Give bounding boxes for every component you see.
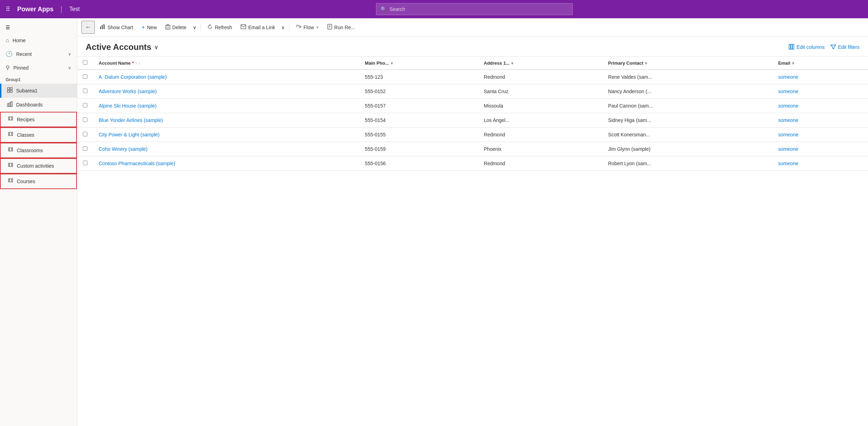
account-name-cell[interactable]: Contoso Pharmaceuticals (sample) — [93, 156, 359, 171]
contact-cell: Sidney Higa (sam... — [603, 113, 772, 128]
top-nav: ⠿ Power Apps | Test 🔍 — [0, 0, 868, 18]
show-chart-button[interactable]: Show Chart — [96, 22, 137, 33]
sidebar-item-home[interactable]: ⌂ Home — [0, 34, 77, 47]
refresh-button[interactable]: Refresh — [204, 22, 236, 33]
grid-icon — [7, 87, 13, 94]
page-title: Active Accounts ∨ — [86, 42, 158, 52]
hamburger-button[interactable]: ☰ — [0, 21, 77, 34]
new-button[interactable]: + New — [138, 22, 160, 33]
svg-rect-23 — [791, 44, 792, 49]
account-name-cell[interactable]: A. Datum Corporation (sample) — [93, 70, 359, 84]
sidebar-item-recipes[interactable]: Recipes — [0, 112, 77, 127]
email-link-button[interactable]: Email a Link — [237, 22, 278, 32]
table-row: A. Datum Corporation (sample) 555-123 Re… — [77, 70, 868, 84]
address-header[interactable]: Address 1... ∨ — [478, 57, 603, 70]
account-name-cell[interactable]: City Power & Light (sample) — [93, 128, 359, 142]
apps-icon[interactable]: ⠿ — [4, 4, 12, 14]
sidebar-item-recent[interactable]: 🕐 Recent ∨ — [0, 47, 77, 61]
email-cell[interactable]: someone — [772, 156, 868, 171]
env-label: Test — [70, 6, 80, 12]
row-checkbox-3[interactable] — [77, 113, 93, 128]
search-box[interactable]: 🔍 — [376, 3, 573, 15]
chevron-down-icon: ∨ — [193, 25, 196, 30]
row-select-1[interactable] — [83, 89, 87, 93]
row-select-0[interactable] — [83, 74, 87, 79]
select-all-header[interactable] — [77, 57, 93, 70]
delete-button[interactable]: Delete — [162, 22, 190, 33]
main-phone-header[interactable]: Main Pho... ∨ — [359, 57, 478, 70]
row-select-3[interactable] — [83, 117, 87, 122]
email-cell[interactable]: someone — [772, 99, 868, 113]
row-checkbox-5[interactable] — [77, 142, 93, 156]
pin-icon: ⚲ — [6, 64, 10, 71]
row-checkbox-0[interactable] — [77, 70, 93, 84]
search-input[interactable] — [389, 6, 568, 12]
select-all-checkbox[interactable] — [83, 60, 87, 65]
account-name-cell[interactable]: Adventure Works (sample) — [93, 84, 359, 99]
edit-filters-button[interactable]: Edit filters — [830, 44, 860, 51]
svg-rect-1 — [10, 88, 12, 90]
svg-rect-0 — [7, 88, 9, 90]
dashboard-icon — [7, 101, 13, 108]
chevron-down-icon: ∨ — [68, 52, 71, 57]
account-name-cell[interactable]: Alpine Ski House (sample) — [93, 99, 359, 113]
contact-cell: Rene Valdes (sam... — [603, 70, 772, 84]
back-button[interactable]: ← — [81, 21, 95, 34]
sidebar-item-pinned[interactable]: ⚲ Pinned ∨ — [0, 61, 77, 75]
email-cell[interactable]: someone — [772, 142, 868, 156]
chevron-down-icon[interactable]: ∨ — [511, 61, 513, 65]
edit-columns-icon — [789, 44, 794, 51]
contact-cell: Paul Cannon (sam... — [603, 99, 772, 113]
report-icon — [327, 24, 332, 31]
svg-rect-22 — [789, 44, 790, 49]
primary-contact-header[interactable]: Primary Contact ∨ — [603, 57, 772, 70]
command-bar: ← Show Chart + New — [77, 18, 868, 37]
row-select-4[interactable] — [83, 132, 87, 136]
email-cell[interactable]: someone — [772, 70, 868, 84]
row-select-5[interactable] — [83, 146, 87, 151]
row-checkbox-4[interactable] — [77, 128, 93, 142]
account-name-header[interactable]: Account Name * ↑ ↓ — [93, 57, 359, 70]
required-indicator: * — [132, 60, 134, 66]
edit-columns-button[interactable]: Edit columns — [789, 44, 824, 51]
email-cell[interactable]: someone — [772, 128, 868, 142]
flow-button[interactable]: Flow ∨ — [292, 22, 322, 33]
title-chevron-icon[interactable]: ∨ — [154, 44, 158, 51]
chevron-down-icon[interactable]: ∨ — [792, 61, 794, 65]
chevron-down-icon: ∨ — [281, 25, 285, 30]
svg-rect-4 — [7, 104, 9, 106]
sort-asc-icon[interactable]: ↑ — [135, 61, 137, 65]
email-cell[interactable]: someone — [772, 84, 868, 99]
trash-icon — [165, 24, 170, 31]
chevron-down-icon[interactable]: ∨ — [390, 61, 393, 65]
sidebar-item-classrooms[interactable]: Classrooms — [0, 143, 77, 158]
chevron-down-icon[interactable]: ∨ — [645, 61, 647, 65]
sidebar-subitem-label: Classrooms — [17, 148, 43, 153]
app-layout: ☰ ⌂ Home 🕐 Recent ∨ ⚲ Pinned ∨ Group1 — [0, 18, 868, 426]
show-chart-label: Show Chart — [107, 25, 133, 30]
run-report-button[interactable]: Run Re... — [324, 22, 359, 33]
account-name-cell[interactable]: Blue Yonder Airlines (sample) — [93, 113, 359, 128]
row-checkbox-1[interactable] — [77, 84, 93, 99]
email-more-button[interactable]: ∨ — [280, 22, 286, 32]
row-checkbox-2[interactable] — [77, 99, 93, 113]
hamburger-icon: ☰ — [6, 25, 10, 30]
flow-icon — [296, 24, 301, 31]
phone-cell: 555-0154 — [359, 113, 478, 128]
row-select-2[interactable] — [83, 103, 87, 108]
sidebar-item-custom-activities[interactable]: Custom activities — [0, 158, 77, 174]
email-icon — [241, 24, 246, 30]
delete-more-button[interactable]: ∨ — [191, 22, 198, 32]
row-select-6[interactable] — [83, 161, 87, 165]
sidebar-item-classes[interactable]: Classes — [0, 127, 77, 143]
account-name-cell[interactable]: Coho Winery (sample) — [93, 142, 359, 156]
contact-cell: Jim Glynn (sample) — [603, 142, 772, 156]
sidebar-item-dashboards[interactable]: Dashboards — [0, 98, 77, 112]
sidebar-item-courses[interactable]: Courses — [0, 174, 77, 189]
email-cell[interactable]: someone — [772, 113, 868, 128]
sidebar-item-subarea1[interactable]: Subarea1 — [0, 84, 77, 98]
svg-rect-24 — [793, 44, 794, 49]
row-checkbox-6[interactable] — [77, 156, 93, 171]
sort-desc-icon[interactable]: ↓ — [138, 61, 140, 65]
email-header[interactable]: Email ∨ — [772, 57, 868, 70]
